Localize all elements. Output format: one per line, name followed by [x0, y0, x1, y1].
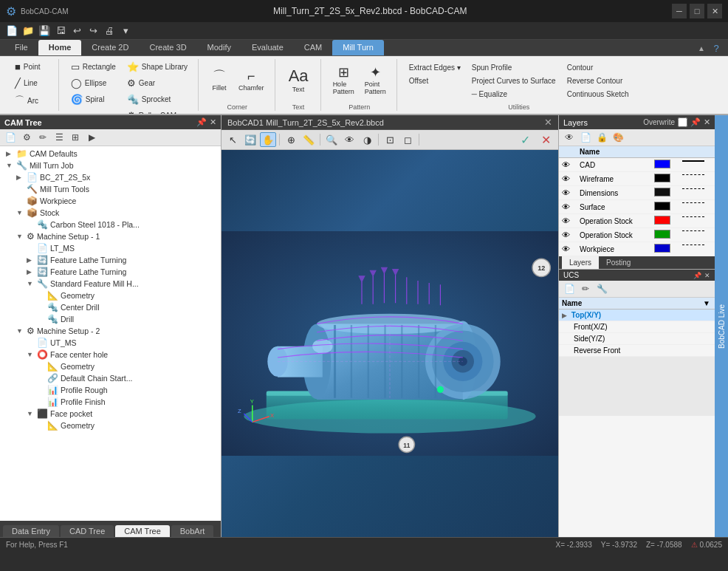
cam-tree-toolbar-btn5[interactable]: ⊞: [68, 131, 83, 144]
ribbon-collapse-button[interactable]: ▲: [694, 41, 709, 55]
expand-icon[interactable]: ▶: [27, 268, 37, 276]
tree-item-lt-ms[interactable]: 📄 LT_MS: [0, 242, 221, 254]
qat-save-button[interactable]: 💾: [37, 24, 52, 38]
text-button[interactable]: AaText: [284, 65, 313, 96]
tab-create2d[interactable]: Create 2D: [81, 40, 139, 55]
ucs-toolbar-btn1[interactable]: 📄: [562, 282, 577, 295]
cam-tree-toolbar-btn1[interactable]: 📄: [3, 131, 18, 144]
sprocket-button[interactable]: 🔩Sprocket: [123, 92, 192, 107]
tree-item-feature-lathe-1[interactable]: ▶ 🔄 Feature Lathe Turning: [0, 254, 221, 266]
spiral-button[interactable]: 🌀Spiral: [66, 92, 120, 107]
tab-posting[interactable]: Posting: [599, 256, 638, 269]
continuous-sketch-button[interactable]: Continuous Sketch: [563, 88, 633, 100]
cam-tree-toolbar-btn2[interactable]: ⚙: [19, 131, 34, 144]
layers-toolbar-btn3[interactable]: 🔒: [594, 131, 609, 144]
project-curves-button[interactable]: Project Curves to Surface: [467, 75, 560, 87]
vp-hidden-button[interactable]: ⊡: [382, 132, 398, 147]
qat-new-button[interactable]: 📄: [4, 24, 19, 38]
cancel-button[interactable]: ✕: [536, 131, 555, 148]
arc-button[interactable]: ⌒Arc: [10, 92, 52, 109]
qat-print-button[interactable]: 🖨: [102, 24, 117, 38]
color-swatch-cad[interactable]: [654, 160, 670, 168]
tab-data-entry[interactable]: Data Entry: [3, 525, 59, 537]
color-swatch-surface[interactable]: [654, 202, 670, 211]
ucs-row-top[interactable]: ▶ Top(X/Y): [559, 310, 715, 321]
tree-item-face-pocket[interactable]: ▼ ⬛ Face pocket: [0, 408, 221, 420]
color-swatch-opstock2[interactable]: [654, 230, 670, 239]
color-swatch-wire[interactable]: [654, 174, 670, 182]
ucs-pin-button[interactable]: 📌: [693, 272, 701, 279]
eye-icon[interactable]: 👁: [562, 230, 570, 239]
expand-icon[interactable]: ▼: [16, 209, 27, 216]
maximize-button[interactable]: □: [690, 4, 704, 18]
expand-icon[interactable]: ▼: [6, 162, 16, 169]
tab-file[interactable]: File: [4, 40, 38, 55]
line-button[interactable]: ╱Line: [10, 75, 52, 91]
tree-item-face-center-hole[interactable]: ▼ ⭕ Face center hole: [0, 349, 221, 360]
extract-edges-button[interactable]: Extract Edges ▾: [405, 61, 465, 74]
color-swatch-workpiece[interactable]: [654, 244, 670, 253]
color-swatch-dim[interactable]: [654, 188, 670, 196]
qat-open-button[interactable]: 📁: [21, 24, 35, 38]
tree-item-carbon-steel[interactable]: 🔩 Carbon Steel 1018 - Pla...: [0, 219, 221, 230]
spline-button[interactable]: 〜Spline: [10, 110, 52, 115]
layer-row-surface[interactable]: 👁 Surface: [559, 200, 715, 214]
cam-tree-close-button[interactable]: ✕: [210, 117, 216, 127]
tree-item-default-chain[interactable]: 🔗 Default Chain Start...: [0, 372, 221, 384]
minimize-button[interactable]: ─: [672, 4, 687, 18]
tree-item-mill-turn-job[interactable]: ▼ 🔧 Mill Turn Job: [0, 160, 221, 171]
vp-measure-button[interactable]: 📏: [301, 132, 317, 147]
hole-pattern-button[interactable]: ⊞HolePattern: [329, 63, 359, 98]
tree-item-ut-ms[interactable]: 📄 UT_MS: [0, 337, 221, 349]
cam-tree-toolbar-btn6[interactable]: ▶: [84, 131, 99, 144]
contour-button[interactable]: Contour: [563, 61, 633, 74]
gear-button[interactable]: ⚙Gear: [123, 75, 192, 91]
layers-toolbar-btn2[interactable]: 📄: [578, 131, 593, 144]
vp-rotate-button[interactable]: 🔄: [242, 132, 258, 147]
eye-icon[interactable]: 👁: [562, 174, 570, 183]
fillet-button[interactable]: ⌒Fillet: [206, 66, 233, 95]
viewport-close-button[interactable]: ✕: [544, 117, 552, 128]
tab-cam-tree[interactable]: CAM Tree: [115, 525, 170, 537]
cam-tree-pin-button[interactable]: 📌: [196, 117, 207, 127]
tree-item-geometry-2[interactable]: 📐 Geometry: [0, 360, 221, 372]
eye-icon[interactable]: 👁: [562, 160, 570, 169]
color-swatch-opstock1[interactable]: [654, 216, 670, 225]
tree-item-feature-lathe-2[interactable]: ▶ 🔄 Feature Lathe Turning: [0, 266, 221, 278]
qat-dropdown-button[interactable]: ▾: [118, 24, 133, 38]
bobcad-live-tab[interactable]: BobCAD Live: [715, 115, 728, 537]
layers-toolbar-btn4[interactable]: 🎨: [611, 131, 625, 144]
tree-item-profile-finish[interactable]: 📊 Profile Finish: [0, 396, 221, 408]
point-button[interactable]: ■Point: [10, 59, 52, 75]
spun-profile-button[interactable]: Spun Profile: [467, 61, 560, 74]
layers-toolbar-btn1[interactable]: 👁: [562, 131, 577, 144]
expand-icon[interactable]: ▶: [16, 174, 27, 181]
rectangle-button[interactable]: ▭Rectangle: [66, 59, 120, 75]
chamfer-button[interactable]: ⌐Chamfer: [234, 66, 269, 95]
expand-icon[interactable]: ▶: [6, 150, 16, 157]
tree-item-std-feature-mill[interactable]: ▼ 🔧 Standard Feature Mill H...: [0, 278, 221, 290]
tab-bobart[interactable]: BobArt: [171, 525, 214, 537]
reverse-contour-button[interactable]: Reverse Contour: [563, 75, 633, 87]
eye-icon[interactable]: 👁: [562, 188, 570, 197]
layers-pin-button[interactable]: 📌: [690, 117, 701, 127]
vp-zoom-button[interactable]: 🔍: [323, 132, 340, 147]
eye-icon[interactable]: 👁: [562, 245, 570, 253]
vp-wire-button[interactable]: ◻: [399, 132, 416, 147]
ellipse-button[interactable]: ◯Ellipse: [66, 75, 120, 91]
tab-home[interactable]: Home: [38, 40, 82, 55]
tree-item-profile-rough[interactable]: 📊 Profile Rough: [0, 384, 221, 396]
layer-row-opstock2[interactable]: 👁 Operation Stock: [559, 228, 715, 242]
vp-view-button[interactable]: 👁: [341, 132, 357, 147]
qat-undo-button[interactable]: ↩: [69, 24, 84, 38]
vp-pan-button[interactable]: ✋: [260, 132, 276, 147]
rollercam-button[interactable]: ⚙Roller CAM: [123, 108, 192, 115]
tab-layers[interactable]: Layers: [562, 256, 599, 269]
tree-item-drill[interactable]: 🔩 Drill: [0, 313, 221, 325]
tree-item-geometry-3[interactable]: 📐 Geometry: [0, 420, 221, 431]
help-button[interactable]: ?: [709, 41, 724, 55]
tab-create3d[interactable]: Create 3D: [139, 40, 196, 55]
tab-modify[interactable]: Modify: [197, 40, 241, 55]
ucs-row-front[interactable]: Front(X/Z): [559, 321, 715, 333]
expand-icon[interactable]: ▼: [27, 280, 37, 287]
